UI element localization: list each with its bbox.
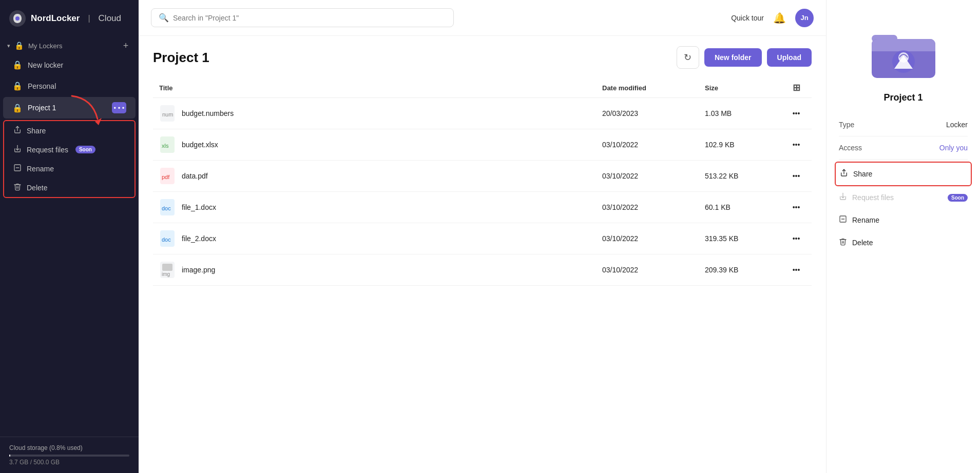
col-date-modified: Date modified <box>596 78 699 98</box>
file-more-button[interactable]: ••• <box>781 254 812 286</box>
storage-amount: 3.7 GB / 500.0 GB <box>9 459 129 466</box>
panel-share-item[interactable]: Share <box>835 162 972 186</box>
chevron-icon: ▾ <box>7 43 10 49</box>
top-bar: 🔍 Quick tour 🔔 Jn <box>139 0 826 36</box>
panel-rename-item[interactable]: Rename <box>835 209 972 231</box>
file-name-cell: img image.png <box>159 262 590 278</box>
panel-delete-label: Delete <box>852 239 968 247</box>
svg-rect-23 <box>872 44 935 51</box>
file-icon: pdf <box>159 168 176 184</box>
right-panel: Project 1 Type Locker Access Only you Sh… <box>826 0 980 473</box>
panel-share-icon <box>840 169 848 179</box>
access-label: Access <box>839 144 862 152</box>
svg-point-1 <box>15 16 20 21</box>
sidebar-delete-item[interactable]: Delete <box>4 178 134 197</box>
upload-button[interactable]: Upload <box>767 48 812 67</box>
col-menu: ⊞ <box>781 78 812 98</box>
new-locker-label: New locker <box>28 61 126 69</box>
sidebar-footer: Cloud storage (0.8% used) 3.7 GB / 500.0… <box>0 437 139 473</box>
notification-icon[interactable]: 🔔 <box>773 12 786 24</box>
svg-text:pdf: pdf <box>162 174 170 180</box>
svg-text:doc: doc <box>162 236 171 243</box>
file-name-cell: pdf data.pdf <box>159 168 590 184</box>
panel-folder-icon <box>868 21 939 82</box>
panel-request-files-label: Request files <box>852 193 940 202</box>
quick-tour-button[interactable]: Quick tour <box>731 14 764 22</box>
panel-delete-item[interactable]: Delete <box>835 231 972 254</box>
new-locker-icon: 🔒 <box>12 60 23 70</box>
file-more-button[interactable]: ••• <box>781 161 812 192</box>
my-lockers-label: My Lockers <box>28 42 116 50</box>
col-title: Title <box>153 78 596 98</box>
file-name: image.png <box>182 266 215 274</box>
file-date: 03/10/2022 <box>596 192 699 223</box>
top-bar-right: Quick tour 🔔 Jn <box>731 9 814 27</box>
personal-icon: 🔒 <box>12 81 23 91</box>
file-size: 102.9 KB <box>699 129 781 161</box>
sidebar-rename-item[interactable]: Rename <box>4 159 134 178</box>
user-avatar[interactable]: Jn <box>795 9 814 27</box>
sidebar-logo: NordLocker | Cloud <box>0 0 139 37</box>
panel-rename-label: Rename <box>852 216 968 224</box>
my-lockers-header: ▾ 🔒 My Lockers + <box>0 37 139 54</box>
file-name-cell: xls budget.xlsx <box>159 136 590 153</box>
table-row[interactable]: doc file_1.docx 03/10/2022 60.1 KB ••• <box>153 192 812 223</box>
file-more-button[interactable]: ••• <box>781 129 812 161</box>
access-value[interactable]: Only you <box>939 144 968 152</box>
panel-access-row: Access Only you <box>839 136 968 160</box>
panel-request-files-soon-badge: Soon <box>948 194 968 202</box>
share-label: Share <box>27 127 46 135</box>
file-icon: num <box>159 105 176 122</box>
project1-icon: 🔒 <box>12 103 23 113</box>
sidebar-request-files-item[interactable]: Request files Soon <box>4 140 134 159</box>
cloud-label: Cloud <box>99 13 121 24</box>
refresh-button[interactable]: ↻ <box>677 46 699 69</box>
file-table: Title Date modified Size ⊞ num budget.nu… <box>153 78 812 286</box>
file-date: 03/10/2022 <box>596 129 699 161</box>
table-row[interactable]: num budget.numbers 20/03/2023 1.03 MB ••… <box>153 98 812 129</box>
panel-rename-icon <box>839 215 847 225</box>
table-row[interactable]: doc file_2.docx 03/10/2022 319.35 KB ••• <box>153 223 812 254</box>
file-area: Project 1 ↻ New folder Upload Title Date… <box>139 36 826 473</box>
file-size: 209.39 KB <box>699 254 781 286</box>
panel-info: Type Locker Access Only you <box>827 113 980 160</box>
sidebar-item-new-locker[interactable]: 🔒 New locker <box>3 55 136 75</box>
add-locker-button[interactable]: + <box>120 40 131 51</box>
table-row[interactable]: pdf data.pdf 03/10/2022 513.22 KB ••• <box>153 161 812 192</box>
svg-rect-18 <box>162 264 172 271</box>
file-name: data.pdf <box>182 172 208 180</box>
file-more-button[interactable]: ••• <box>781 223 812 254</box>
panel-share-label: Share <box>853 170 967 178</box>
panel-actions: Share Request files Soon Rename <box>827 162 980 254</box>
file-date: 03/10/2022 <box>596 254 699 286</box>
table-row[interactable]: img image.png 03/10/2022 209.39 KB ••• <box>153 254 812 286</box>
file-name-cell: doc file_2.docx <box>159 230 590 247</box>
table-row[interactable]: xls budget.xlsx 03/10/2022 102.9 KB ••• <box>153 129 812 161</box>
svg-text:img: img <box>162 271 170 277</box>
file-size: 1.03 MB <box>699 98 781 129</box>
file-icon: img <box>159 262 176 278</box>
main-content: 🔍 Quick tour 🔔 Jn Project 1 ↻ New folder… <box>139 0 826 473</box>
file-date: 03/10/2022 <box>596 223 699 254</box>
search-input[interactable] <box>173 14 446 22</box>
file-more-button[interactable]: ••• <box>781 192 812 223</box>
panel-request-files-item[interactable]: Request files Soon <box>835 186 972 209</box>
search-bar[interactable]: 🔍 <box>151 8 454 27</box>
col-size: Size <box>699 78 781 98</box>
svg-text:num: num <box>162 111 173 117</box>
file-size: 319.35 KB <box>699 223 781 254</box>
file-area-header: Project 1 ↻ New folder Upload <box>153 46 812 69</box>
file-name: file_2.docx <box>182 234 216 243</box>
svg-text:xls: xls <box>162 143 169 149</box>
brand-name: NordLocker <box>31 13 80 24</box>
view-toggle-icon[interactable]: ⊞ <box>793 83 800 93</box>
project1-more-button[interactable]: • • • <box>112 102 126 113</box>
new-folder-button[interactable]: New folder <box>704 48 762 67</box>
share-icon <box>13 126 22 135</box>
rename-label: Rename <box>27 165 54 173</box>
file-more-button[interactable]: ••• <box>781 98 812 129</box>
personal-label: Personal <box>28 82 126 90</box>
file-size: 60.1 KB <box>699 192 781 223</box>
file-icon: doc <box>159 230 176 247</box>
svg-marker-2 <box>95 118 102 125</box>
